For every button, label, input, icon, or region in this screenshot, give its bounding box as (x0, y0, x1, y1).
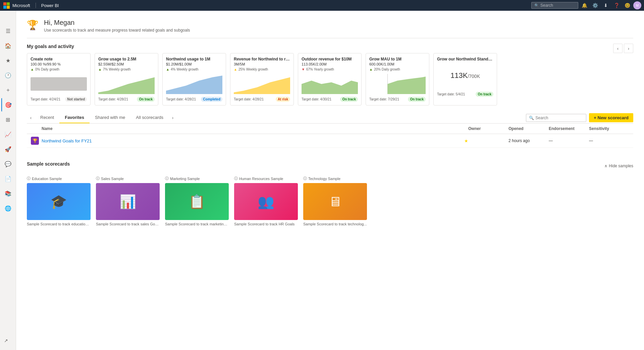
sample-thumb-icon-0: 🎓 (50, 194, 67, 210)
goal-chart-6: 113K/700K (437, 62, 493, 89)
row-name-cell: Northwind Goals for FY21 ★ (42, 138, 468, 143)
scorecard-search-box[interactable]: 🔍 (526, 114, 586, 122)
sample-info-icon-3: ⓘ (234, 176, 238, 181)
goals-header: My goals and activity ‹ › (27, 44, 633, 53)
help-icon[interactable]: ❓ (612, 1, 621, 10)
sample-card-2[interactable]: ⓘ Marketing Sample 📋 Sample Scorecard to… (165, 176, 229, 226)
goal-status-2: Completed (201, 97, 222, 102)
svg-marker-6 (387, 77, 426, 94)
goal-chart-1 (98, 74, 155, 94)
sample-thumbnail-3[interactable]: 👥 (234, 183, 298, 220)
goal-chart-5 (369, 74, 426, 94)
svg-marker-2 (166, 76, 222, 94)
row-name-text[interactable]: Northwind Goals for FY21 (42, 138, 462, 143)
goal-card-4[interactable]: Outdoor revenue for $10M 113.05K/2.00M ▼… (298, 53, 362, 105)
tab-shared-with-me[interactable]: Shared with me (90, 112, 130, 123)
sidebar-learn-icon[interactable]: 📚 (1, 187, 15, 200)
goals-section-title: My goals and activity (27, 44, 74, 49)
sample-thumbnail-1[interactable]: 📊 (96, 183, 160, 220)
sample-card-4[interactable]: ⓘ Technology Sample 🖥 Sample Scorecard t… (303, 176, 367, 226)
goal-footer-2: Target date: 4/28/21 Completed (166, 97, 222, 102)
avatar-initials: M (636, 4, 639, 7)
sidebar-pages-icon[interactable]: 📄 (1, 172, 15, 185)
goal-chart-0 (31, 74, 87, 94)
row-scorecard-icon: 🏆 (31, 137, 39, 145)
goal-title-4: Outdoor revenue for $10M (302, 57, 358, 61)
sidebar-home-icon[interactable]: 🏠 (1, 39, 15, 52)
sidebar-scorecard-icon[interactable]: 🎯 (1, 98, 15, 112)
sidebar-favorites-icon[interactable]: ★ (1, 54, 15, 67)
sample-thumbnail-0[interactable]: 🎓 (27, 183, 91, 220)
external-link-icon[interactable]: ↗ (4, 338, 8, 343)
goal-title-6: Grow our Northwind Standard S... (437, 57, 493, 61)
tabs-next-button[interactable]: › (169, 113, 177, 123)
sidebar-recent-icon[interactable]: 🕐 (1, 69, 15, 82)
tabs-prev-button[interactable]: ‹ (27, 113, 35, 123)
tab-all-scorecards[interactable]: All scorecards (130, 112, 169, 123)
sidebar-create-icon[interactable]: ＋ (1, 83, 15, 97)
sample-card-1[interactable]: ⓘ Sales Sample 📊 Sample Scorecard to tra… (96, 176, 160, 226)
row-star-icon[interactable]: ★ (464, 138, 468, 143)
welcome-subtitle: Use scorecards to track and measure prog… (44, 28, 190, 33)
sample-thumb-icon-4: 🖥 (328, 194, 342, 209)
nav-separator (36, 3, 36, 8)
sample-thumbnail-4[interactable]: 🖥 (303, 183, 367, 220)
goal-footer-1: Target date: 4/28/21 On track (98, 97, 155, 102)
hide-samples-button[interactable]: ∧ Hide samples (604, 164, 633, 168)
search-small-icon: 🔍 (529, 116, 534, 120)
goal-value-0: 100.00 %/99.90 % (31, 62, 87, 66)
sidebar-menu-icon[interactable]: ☰ (1, 24, 15, 38)
sidebar-apps-icon[interactable]: ⊞ (1, 113, 15, 126)
goal-card-5[interactable]: Grow MAU to 1M 600.00K/1.00M ▲ 20% Daily… (366, 53, 429, 105)
global-search-box[interactable]: 🔍 (531, 2, 578, 9)
sample-thumb-icon-1: 📊 (119, 194, 136, 210)
sidebar-metrics-icon[interactable]: 📈 (1, 128, 15, 141)
goal-status-5: On track (408, 97, 426, 102)
sample-card-0[interactable]: ⓘ Education Sample 🎓 Sample Scorecard to… (27, 176, 91, 226)
sample-desc-3: Sample Scorecard to track HR Goals (234, 222, 298, 226)
settings-icon[interactable]: ⚙️ (590, 1, 600, 10)
svg-marker-4 (302, 81, 358, 94)
goal-card-2[interactable]: Northwind usage to 1M $1.20M/$1.00M ▲ 4%… (162, 53, 226, 105)
user-avatar[interactable]: M (633, 1, 641, 9)
sidebar-explore-icon[interactable]: 🌐 (1, 202, 15, 215)
global-search-input[interactable] (540, 3, 575, 8)
goals-prev-arrow[interactable]: ‹ (613, 44, 623, 53)
table-row[interactable]: 🏆 Northwind Goals for FY21 ★ 2 hours ago… (27, 134, 633, 148)
goal-card-3[interactable]: Revenue for Northwind to reach ... 3M/5M… (230, 53, 294, 105)
sample-thumbnail-2[interactable]: 📋 (165, 183, 229, 220)
user-face-icon[interactable]: 😊 (623, 1, 632, 10)
logo-sq-red (3, 2, 6, 5)
trend-icon-0: ▲ (31, 68, 34, 71)
goal-value-5: 600.00K/1.00M (369, 62, 426, 66)
goals-next-arrow[interactable]: › (624, 44, 633, 53)
scorecard-search-input[interactable] (535, 116, 583, 120)
tab-favorites[interactable]: Favorites (59, 112, 90, 123)
notification-bell-icon[interactable]: 🔔 (580, 1, 589, 10)
sample-label-3: ⓘ Human Resources Sample (234, 176, 298, 181)
goal-card-0[interactable]: Create note 100.00 %/99.90 % ▲ 0% Daily … (27, 53, 91, 105)
logo-sq-yellow (7, 6, 10, 9)
goal-card-6[interactable]: Grow our Northwind Standard S... 113K/70… (433, 53, 497, 105)
th-owner: Owner (468, 126, 508, 131)
search-icon: 🔍 (534, 3, 539, 8)
brand-name: Microsoft (12, 3, 30, 8)
th-opened: Opened (508, 126, 549, 131)
logo-sq-blue (3, 6, 6, 9)
welcome-greeting: Hi, Megan (44, 19, 190, 27)
new-scorecard-button[interactable]: + New scorecard (589, 113, 633, 122)
download-icon[interactable]: ⬇ (601, 1, 610, 10)
sidebar-deploy-icon[interactable]: 🚀 (1, 142, 15, 156)
trophy-icon: 🏆 (27, 19, 39, 31)
sidebar-chat-icon[interactable]: 💬 (1, 157, 15, 171)
goal-footer-0: Target date: 4/24/21 Not started (31, 97, 87, 102)
trend-icon-2: ▲ (166, 68, 169, 71)
sample-info-icon-2: ⓘ (165, 176, 169, 181)
goal-card-1[interactable]: Grow usage to 2.5M $2.55M/$2.50M ▲ 7% We… (95, 53, 158, 105)
sample-card-3[interactable]: ⓘ Human Resources Sample 👥 Sample Scorec… (234, 176, 298, 226)
tab-recent[interactable]: Recent (35, 112, 59, 123)
sample-desc-1: Sample Scorecard to track sales Goals (96, 222, 160, 226)
left-sidebar: ☰ 🏠 ★ 🕐 ＋ 🎯 ⊞ 📈 🚀 💬 📄 📚 🌐 ↗ (0, 11, 16, 350)
row-endorsement-cell: — (549, 138, 589, 143)
goal-value-1: $2.55M/$2.50M (98, 62, 155, 66)
